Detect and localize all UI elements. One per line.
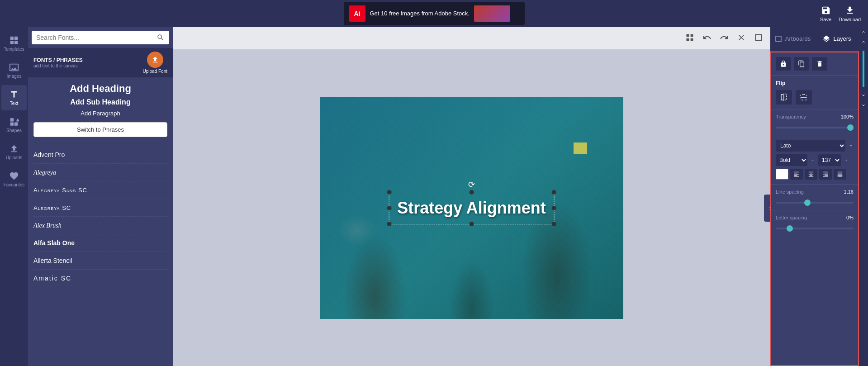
font-item-alegreya-sc[interactable]: Alegreya SC [33,199,167,217]
handle-bottom-right[interactable] [552,222,556,226]
teal-indicator [863,51,864,87]
lock-button[interactable] [776,57,791,71]
flip-label: Flip [776,80,854,86]
upload-font-button[interactable]: Upload Font [143,52,167,74]
font-item-amatic-sc[interactable]: Amatic SC [33,270,167,287]
right-panel-tabs: Artboards Layers [770,27,859,52]
font-dropdown-chevron [848,143,854,148]
sticky-note [574,143,587,154]
sidebar-item-images[interactable]: Images [1,58,27,83]
transparency-section: Transparency 100% [771,109,858,135]
sidebar-item-shapes[interactable]: Shapes [1,112,27,138]
rotate-handle[interactable]: ⟳ [468,180,475,190]
handle-top-middle[interactable] [470,190,474,195]
sidebar-label-favourites: Favourites [4,182,25,187]
handle-bottom-left[interactable] [387,222,391,226]
align-justify-button[interactable] [834,169,846,180]
frame-button[interactable] [752,31,765,45]
search-input[interactable] [36,34,153,41]
scroll-down-fast-button[interactable]: ⌄ [859,100,868,109]
handle-top-right[interactable] [552,190,556,195]
canvas-content: ⟳ Strategy Alignment › [173,50,770,366]
handle-middle-left[interactable] [387,206,391,210]
color-picker[interactable] [776,169,788,180]
line-spacing-label-row: Line spacing 1.16 [776,189,854,195]
right-props-panel: Flip Transparency 100% [770,52,859,366]
add-heading[interactable]: Add Heading [33,83,167,95]
far-right-panel: ⌃ ⌃ ⌄ ⌄ [859,27,868,366]
handle-middle-right[interactable] [552,206,556,210]
canvas-text-content[interactable]: Strategy Alignment [397,199,546,218]
svg-rect-2 [10,41,14,44]
close-element-button[interactable] [735,31,748,45]
add-subheading[interactable]: Add Sub Heading [33,98,167,106]
grid-view-button[interactable] [683,31,696,45]
ad-banner-container: Ai Get 10 free images from Adobe Stock. [344,2,525,25]
letter-spacing-slider[interactable] [776,228,854,229]
font-list: Advent Pro Alegreya Alegreya Sans SC Ale… [28,143,173,366]
align-right-button[interactable] [819,169,832,180]
tab-layers[interactable]: Layers [815,27,859,51]
upload-font-icon [147,52,163,68]
main-layout: Templates Images Text Shapes Uploads Fav… [0,27,868,366]
switch-to-phrases-button[interactable]: Switch to Phrases [33,122,167,137]
line-spacing-slider[interactable] [776,202,854,204]
canvas-toolbar [173,27,770,50]
font-size-dropdown[interactable]: 137 72 96 120 144 [818,154,841,166]
ad-banner[interactable]: Ai Get 10 free images from Adobe Stock. [344,2,525,25]
font-style-dropdown[interactable]: Bold Regular Italic Bold Italic [776,154,807,166]
search-icon [157,33,165,42]
redo-button[interactable] [718,31,730,45]
canvas-panel-toggle[interactable]: › [764,195,770,222]
line-spacing-section: Line spacing 1.16 [771,185,858,210]
transparency-label: Transparency [776,114,806,119]
flip-buttons [776,90,854,105]
font-item-alfa-slab-one[interactable]: Alfa Slab One [33,234,167,252]
handle-top-left[interactable] [387,190,391,195]
align-center-button[interactable] [805,169,817,180]
delete-button[interactable] [812,57,827,71]
sidebar-label-shapes: Shapes [6,128,22,133]
save-button[interactable]: Save [820,5,831,22]
copy-button[interactable] [794,57,809,71]
sidebar-item-text[interactable]: Text [1,85,27,110]
font-item-alegreya-sans-sc[interactable]: Alegreya Sans SC [33,181,167,199]
flip-vertical-button[interactable] [776,90,792,105]
font-select-row: Lato Arial Helvetica Georgia [776,140,854,152]
sidebar-item-uploads[interactable]: Uploads [1,139,27,165]
fonts-panel: FONTS / PHRASES add text to the canvas U… [28,27,173,366]
letter-spacing-section: Letter spacing 0% [771,210,858,236]
save-label: Save [820,17,831,22]
scroll-up-button[interactable]: ⌃ [859,29,868,38]
download-button[interactable]: Download [839,5,861,22]
sidebar-item-templates[interactable]: Templates [1,31,27,56]
transparency-slider[interactable] [776,127,854,128]
canvas-text-element[interactable]: ⟳ Strategy Alignment [389,192,555,224]
font-item-alegreya[interactable]: Alegreya [33,164,167,181]
letter-spacing-label-row: Letter spacing 0% [776,215,854,220]
sidebar-label-templates: Templates [4,47,24,52]
fonts-header: FONTS / PHRASES add text to the canvas U… [28,48,173,77]
handle-bottom-middle[interactable] [470,222,474,226]
font-item-advent-pro[interactable]: Advent Pro [33,146,167,164]
flip-horizontal-button[interactable] [796,90,812,105]
font-dropdown[interactable]: Lato Arial Helvetica Georgia [776,140,845,152]
scroll-down-button[interactable]: ⌄ [859,90,868,99]
font-item-alex-brush[interactable]: Alex Brush [33,217,167,234]
add-paragraph[interactable]: Add Paragraph [33,110,167,117]
font-item-allerta-stencil[interactable]: Allerta Stencil [33,252,167,270]
tab-artboards[interactable]: Artboards [770,27,815,51]
line-spacing-value: 1.16 [844,189,854,195]
font-selector-section: Lato Arial Helvetica Georgia Bold Regula… [771,135,858,185]
fonts-section-sub: add text to the canvas [33,63,83,68]
sidebar-item-favourites[interactable]: Favourites [1,166,27,192]
undo-button[interactable] [701,31,713,45]
scroll-up-fast-button[interactable]: ⌃ [859,39,868,48]
top-bar-right: Save Download [820,5,861,22]
size-dropdown-chevron [844,157,849,163]
transparency-label-row: Transparency 100% [776,114,854,119]
svg-rect-0 [10,37,14,40]
align-left-button[interactable] [790,169,803,180]
canvas-frame[interactable]: ⟳ Strategy Alignment [320,97,623,319]
svg-rect-1 [14,37,18,40]
